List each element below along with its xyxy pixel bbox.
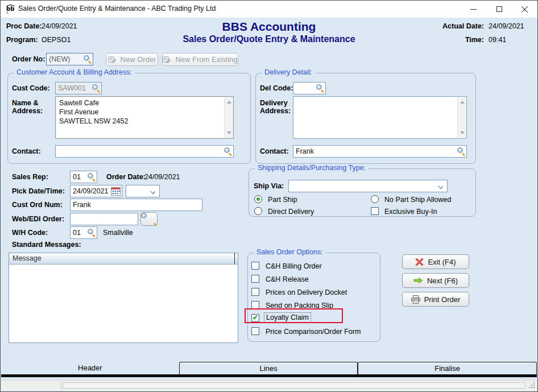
delivery-address-text (297, 98, 455, 137)
order-date-value: 24/09/2021 (144, 173, 180, 181)
del-code-label: Del Code: (260, 84, 293, 92)
ch-billing-order-label: C&H Billing Order (266, 262, 322, 270)
del-code-input[interactable] (296, 84, 316, 92)
send-on-packing-slip-checkbox[interactable] (251, 301, 259, 309)
close-icon (522, 6, 528, 13)
tab-header-label: Header (78, 364, 102, 372)
exit-button[interactable]: Exit (F4) (402, 254, 469, 269)
standard-messages-label: Standard Messages: (12, 241, 81, 249)
printer-icon (411, 295, 420, 304)
order-no-lookup-icon[interactable] (84, 55, 92, 63)
pick-time-dropdown[interactable] (126, 185, 160, 197)
svg-text:s: s (6, 10, 8, 14)
bbs-app-icon: bb s (5, 4, 15, 14)
scroll-up-icon[interactable] (227, 101, 231, 104)
delivery-address-scrollbar[interactable] (457, 97, 466, 138)
no-part-ship-radio[interactable] (371, 195, 379, 203)
minimize-button[interactable] (461, 1, 486, 18)
order-no-field[interactable] (46, 53, 93, 65)
standard-messages-list[interactable]: Message (9, 253, 238, 343)
name-address-scrollbar[interactable] (224, 97, 233, 138)
sales-rep-input[interactable] (73, 173, 88, 181)
billing-contact-field[interactable] (55, 145, 234, 158)
wh-code-field[interactable] (70, 226, 97, 239)
message-column-header-label: Message (13, 254, 42, 262)
web-edi-lookup-icon (145, 215, 153, 223)
web-edi-field[interactable] (70, 213, 138, 225)
billing-contact-lookup-icon[interactable] (224, 147, 232, 155)
cust-code-label: Cust Code: (12, 84, 50, 92)
ch-billing-order-checkbox[interactable] (251, 262, 259, 270)
new-order-icon (108, 56, 117, 63)
prices-on-delivery-docket-checkbox[interactable] (251, 288, 259, 296)
delivery-contact-lookup-icon[interactable] (457, 147, 465, 155)
cust-ord-num-field[interactable] (70, 199, 202, 211)
next-button-label: Next (F6) (427, 277, 458, 285)
price-comparison-checkbox[interactable] (251, 327, 259, 335)
scroll-down-icon[interactable] (227, 131, 231, 134)
pick-date-field[interactable] (70, 185, 122, 197)
loyalty-claim-highlight (245, 308, 343, 323)
tab-lines-label: Lines (259, 364, 277, 373)
message-column-header[interactable]: Message (9, 253, 238, 265)
web-edi-label: Web/EDI Order: (12, 215, 64, 223)
cust-ord-num-input[interactable] (73, 201, 201, 209)
sales-rep-field[interactable] (70, 171, 97, 183)
print-order-button-label: Print Order (424, 295, 461, 304)
time-value: 09:41 (489, 36, 506, 44)
next-button[interactable]: Next (F6) (402, 273, 469, 288)
scroll-down-icon[interactable] (460, 131, 465, 134)
shipping-group-title: Shipping Details/Purchasing Type: (255, 164, 369, 172)
billing-contact-input[interactable] (58, 147, 224, 155)
cust-ord-num-label: Cust Ord Num: (12, 201, 63, 209)
delivery-contact-input[interactable] (296, 147, 457, 155)
window-title: Sales Order/Quote Entry & Maintenance - … (18, 5, 216, 13)
close-button[interactable] (512, 1, 537, 18)
tab-lines[interactable]: Lines (179, 362, 358, 374)
calendar-icon[interactable] (111, 187, 121, 196)
green-arrow-icon (413, 277, 423, 284)
del-code-lookup-icon[interactable] (316, 84, 324, 92)
order-no-input[interactable] (49, 55, 84, 63)
cust-code-lookup-icon[interactable] (92, 84, 100, 92)
app-window: bb s Sales Order/Quote Entry & Maintenan… (0, 0, 538, 392)
title-bar: bb s Sales Order/Quote Entry & Maintenan… (1, 1, 537, 18)
tab-finalise-label: Finalise (434, 364, 460, 373)
new-from-existing-button[interactable]: New From Existing (162, 53, 238, 66)
order-no-label: Order No: (12, 55, 45, 63)
delivery-contact-field[interactable] (293, 145, 467, 158)
billing-contact-label: Contact: (12, 147, 41, 155)
pick-date-input[interactable] (73, 187, 111, 195)
tab-header[interactable]: Header (1, 361, 179, 374)
del-code-field[interactable] (293, 82, 326, 94)
new-order-label: New Order (121, 55, 156, 64)
ship-via-dropdown[interactable] (288, 180, 448, 192)
sales-rep-lookup-icon[interactable] (88, 173, 96, 181)
chevron-down-icon (438, 184, 443, 189)
ch-release-checkbox[interactable] (251, 275, 259, 283)
name-address-textarea[interactable]: Sawtell Cafe First Avenue SAWTELL NSW 24… (55, 96, 234, 139)
time-label: Time: (465, 36, 484, 44)
direct-delivery-radio[interactable] (254, 207, 262, 215)
wh-code-input[interactable] (73, 229, 88, 237)
column-separator (234, 253, 235, 264)
scroll-up-icon[interactable] (460, 101, 465, 104)
cust-code-field[interactable] (55, 82, 102, 94)
resize-grip-icon[interactable] (533, 387, 535, 388)
tab-finalise[interactable]: Finalise (358, 362, 537, 374)
direct-delivery-label: Direct Delivery (268, 208, 314, 216)
maximize-button[interactable] (486, 1, 512, 18)
print-order-button[interactable]: Print Order (402, 292, 469, 307)
pick-date-label: Pick Date/Time: (12, 187, 65, 195)
cust-code-input[interactable] (58, 84, 92, 92)
status-bar-divider (61, 382, 61, 390)
part-ship-radio[interactable] (254, 195, 262, 203)
web-edi-lookup-button[interactable] (140, 212, 158, 226)
part-ship-label: Part Ship (268, 196, 297, 204)
new-order-button[interactable]: New Order (106, 53, 158, 66)
page-title: Sales Order/Quote Entry & Maintenance (1, 34, 537, 44)
delivery-address-textarea[interactable] (293, 96, 467, 139)
wh-code-lookup-icon[interactable] (88, 229, 96, 237)
web-edi-input[interactable] (73, 215, 136, 223)
exclusive-buy-in-checkbox[interactable] (371, 207, 379, 215)
